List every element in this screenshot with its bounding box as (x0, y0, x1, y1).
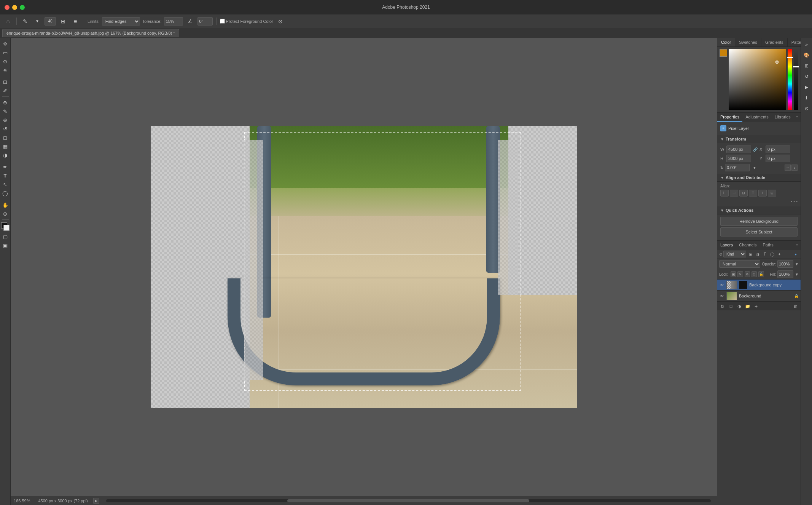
tab-patterns[interactable]: Patterns (788, 38, 801, 46)
history-brush-tool[interactable]: ↺ (1, 125, 10, 133)
quick-actions-header[interactable]: ▼ Quick Actions (717, 206, 801, 214)
brush-align-icon[interactable]: ≡ (70, 16, 80, 26)
layer-filter-toggle[interactable]: ● (793, 251, 799, 257)
tolerance-input[interactable] (164, 17, 183, 26)
horizontal-scrollbar[interactable] (106, 499, 711, 502)
screen-mode[interactable]: ▣ (1, 241, 10, 249)
brush-tool[interactable]: ✎ (1, 107, 10, 115)
brush-mode-icon[interactable]: ⊞ (58, 16, 68, 26)
layer-filter-shape[interactable]: ◯ (769, 251, 775, 257)
magic-wand-tool[interactable]: ✵ (1, 66, 10, 74)
transform-section-header[interactable]: ▼ Transform (717, 135, 801, 143)
layer-eye-background[interactable]: 👁 (719, 293, 724, 299)
layer-filter-adjust[interactable]: ◑ (755, 251, 761, 257)
align-center-v-button[interactable]: ⊥ (758, 190, 767, 197)
tab-properties[interactable]: Properties (717, 113, 742, 122)
x-input[interactable] (766, 145, 790, 153)
panel-icon-history[interactable]: ↺ (802, 72, 812, 82)
scrollbar-thumb[interactable] (287, 499, 529, 502)
layer-filter-text[interactable]: T (762, 251, 768, 257)
home-icon[interactable]: ⌂ (3, 16, 13, 26)
align-left-button[interactable]: ⊢ (720, 190, 729, 197)
layer-fx-button[interactable]: fx (719, 303, 726, 309)
edit-mask-mode[interactable]: ▢ (1, 232, 10, 241)
tab-swatches[interactable]: Swatches (735, 38, 761, 46)
brush-picker-icon[interactable]: ▼ (32, 16, 42, 26)
dodge-tool[interactable]: ◑ (1, 151, 10, 159)
layer-item-background[interactable]: 👁 Background 🔒 (717, 291, 801, 302)
panel-icon-actions[interactable]: ▶ (802, 82, 812, 92)
layer-filter-pixel[interactable]: ▣ (747, 251, 753, 257)
tab-channels[interactable]: Channels (736, 241, 759, 249)
lock-pixels-btn[interactable]: ✎ (737, 271, 743, 277)
sample-icon[interactable]: ⊙ (275, 16, 285, 26)
protect-foreground-checkbox[interactable] (220, 19, 225, 24)
layer-filter-smart[interactable]: ✦ (776, 251, 782, 257)
eyedropper-tool[interactable]: ✐ (1, 86, 10, 95)
y-input[interactable] (766, 155, 790, 162)
flip-v-button[interactable]: ↕ (791, 165, 798, 171)
clone-stamp-tool[interactable]: ⊚ (1, 116, 10, 124)
tab-layers[interactable]: Layers (717, 241, 736, 249)
align-top-button[interactable]: ⊤ (749, 190, 757, 197)
hand-tool[interactable]: ✋ (1, 201, 10, 209)
rotate-input[interactable] (725, 164, 750, 171)
layer-item-background-copy[interactable]: 👁 Background copy (717, 280, 801, 291)
align-right-button[interactable]: ⊡ (739, 190, 748, 197)
fill-input[interactable] (777, 270, 793, 278)
tab-color[interactable]: Color (717, 38, 735, 46)
flip-h-button[interactable]: ↔ (785, 165, 791, 171)
panel-icon-nav[interactable]: ⊙ (802, 104, 812, 113)
opacity-arrow[interactable]: ▼ (795, 262, 799, 266)
path-selection-tool[interactable]: ↖ (1, 180, 10, 189)
tab-adjustments[interactable]: Adjustments (742, 113, 772, 122)
color-box[interactable] (1, 222, 10, 231)
fill-arrow[interactable]: ▼ (795, 272, 799, 276)
rotate-dropdown[interactable]: ▼ (753, 166, 756, 170)
h-input[interactable] (726, 155, 751, 162)
document-tab[interactable]: enrique-ortega-miranda-b3xo3WvH_g8-unspl… (2, 29, 179, 37)
tab-paths[interactable]: Paths (760, 241, 777, 249)
text-tool[interactable]: T (1, 171, 10, 180)
transform-lock-icon[interactable]: 🔗 (753, 147, 758, 152)
color-gradient-picker[interactable] (729, 49, 786, 110)
layer-mask-button[interactable]: □ (728, 303, 734, 309)
layer-add-button[interactable]: + (753, 303, 759, 309)
opacity-input[interactable] (777, 260, 793, 268)
shape-tool[interactable]: ◯ (1, 189, 10, 197)
blend-mode-select[interactable]: Normal Multiply Screen Overlay (719, 260, 760, 268)
pen-tool[interactable]: ✒ (1, 163, 10, 171)
maximize-button[interactable] (20, 5, 25, 10)
gradient-tool[interactable]: ▦ (1, 142, 10, 150)
layers-menu-icon[interactable]: ≡ (794, 241, 801, 249)
background-color[interactable] (3, 225, 10, 231)
crop-tool[interactable]: ⊡ (1, 78, 10, 86)
healing-tool[interactable]: ⊕ (1, 98, 10, 107)
opacity-bar[interactable] (794, 49, 798, 110)
minimize-button[interactable] (12, 5, 17, 10)
w-input[interactable] (726, 145, 751, 153)
panel-icon-collapse[interactable]: » (802, 40, 812, 50)
panel-icon-info[interactable]: ℹ (802, 93, 812, 103)
canvas-container[interactable] (11, 38, 717, 496)
move-tool[interactable]: ✥ (1, 40, 10, 48)
remove-background-button[interactable]: Remove Background (720, 217, 798, 226)
hue-bar[interactable] (788, 49, 792, 110)
select-subject-button[interactable]: Select Subject (720, 227, 798, 237)
align-center-h-button[interactable]: ⊣ (730, 190, 738, 197)
selection-tool[interactable]: ▭ (1, 48, 10, 57)
status-info-button[interactable]: ▶ (93, 498, 99, 504)
lock-all-btn[interactable]: 🔒 (758, 271, 764, 277)
angle-input[interactable] (197, 17, 213, 26)
lasso-tool[interactable]: ⊙ (1, 57, 10, 66)
tab-libraries[interactable]: Libraries (772, 113, 794, 122)
props-menu-icon[interactable]: ≡ (794, 113, 801, 122)
more-options-button[interactable]: • • • (791, 199, 798, 203)
lock-position-btn[interactable]: ✥ (745, 271, 750, 277)
align-bottom-button[interactable]: ⊞ (768, 190, 776, 197)
lock-artboard-btn[interactable]: ⊡ (751, 271, 757, 277)
brush-tool-options-icon[interactable]: ✎ (20, 16, 30, 26)
layer-folder-button[interactable]: 📁 (744, 303, 751, 309)
zoom-tool[interactable]: ⊕ (1, 209, 10, 218)
kind-select[interactable]: Kind (723, 251, 746, 257)
